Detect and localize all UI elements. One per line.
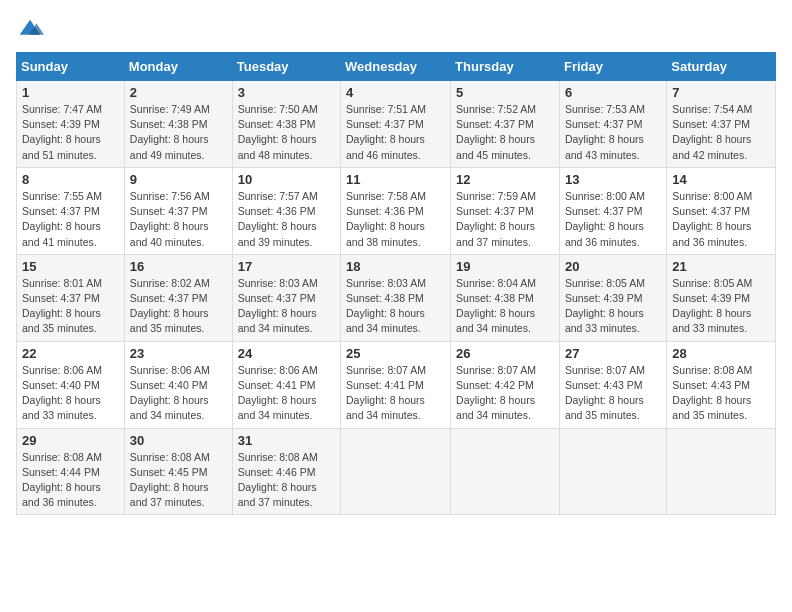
day-number: 31 [238,433,335,448]
day-number: 16 [130,259,227,274]
day-info: Sunrise: 8:07 AMSunset: 4:43 PMDaylight:… [565,364,645,422]
calendar-cell: 17 Sunrise: 8:03 AMSunset: 4:37 PMDaylig… [232,254,340,341]
day-number: 30 [130,433,227,448]
day-info: Sunrise: 8:03 AMSunset: 4:38 PMDaylight:… [346,277,426,335]
day-info: Sunrise: 8:08 AMSunset: 4:44 PMDaylight:… [22,451,102,509]
day-number: 12 [456,172,554,187]
calendar-week-row: 8 Sunrise: 7:55 AMSunset: 4:37 PMDayligh… [17,167,776,254]
day-number: 4 [346,85,445,100]
calendar-cell: 1 Sunrise: 7:47 AMSunset: 4:39 PMDayligh… [17,81,125,168]
calendar-cell: 23 Sunrise: 8:06 AMSunset: 4:40 PMDaylig… [124,341,232,428]
day-number: 22 [22,346,119,361]
day-info: Sunrise: 7:56 AMSunset: 4:37 PMDaylight:… [130,190,210,248]
calendar-cell: 27 Sunrise: 8:07 AMSunset: 4:43 PMDaylig… [559,341,666,428]
day-info: Sunrise: 8:08 AMSunset: 4:46 PMDaylight:… [238,451,318,509]
day-info: Sunrise: 7:59 AMSunset: 4:37 PMDaylight:… [456,190,536,248]
calendar-cell [451,428,560,515]
calendar-cell: 11 Sunrise: 7:58 AMSunset: 4:36 PMDaylig… [341,167,451,254]
day-info: Sunrise: 7:58 AMSunset: 4:36 PMDaylight:… [346,190,426,248]
day-number: 28 [672,346,770,361]
day-number: 19 [456,259,554,274]
day-info: Sunrise: 7:51 AMSunset: 4:37 PMDaylight:… [346,103,426,161]
day-number: 11 [346,172,445,187]
day-info: Sunrise: 8:03 AMSunset: 4:37 PMDaylight:… [238,277,318,335]
calendar-cell: 18 Sunrise: 8:03 AMSunset: 4:38 PMDaylig… [341,254,451,341]
day-number: 7 [672,85,770,100]
calendar-cell: 26 Sunrise: 8:07 AMSunset: 4:42 PMDaylig… [451,341,560,428]
calendar-cell: 4 Sunrise: 7:51 AMSunset: 4:37 PMDayligh… [341,81,451,168]
calendar-cell: 25 Sunrise: 8:07 AMSunset: 4:41 PMDaylig… [341,341,451,428]
day-info: Sunrise: 8:02 AMSunset: 4:37 PMDaylight:… [130,277,210,335]
day-info: Sunrise: 8:00 AMSunset: 4:37 PMDaylight:… [565,190,645,248]
weekday-header-sunday: Sunday [17,53,125,81]
calendar-cell: 6 Sunrise: 7:53 AMSunset: 4:37 PMDayligh… [559,81,666,168]
day-info: Sunrise: 8:06 AMSunset: 4:41 PMDaylight:… [238,364,318,422]
logo-icon [16,16,44,44]
calendar-week-row: 29 Sunrise: 8:08 AMSunset: 4:44 PMDaylig… [17,428,776,515]
weekday-header-row: SundayMondayTuesdayWednesdayThursdayFrid… [17,53,776,81]
day-info: Sunrise: 8:05 AMSunset: 4:39 PMDaylight:… [565,277,645,335]
day-info: Sunrise: 7:54 AMSunset: 4:37 PMDaylight:… [672,103,752,161]
calendar-table: SundayMondayTuesdayWednesdayThursdayFrid… [16,52,776,515]
calendar-week-row: 15 Sunrise: 8:01 AMSunset: 4:37 PMDaylig… [17,254,776,341]
day-info: Sunrise: 8:07 AMSunset: 4:41 PMDaylight:… [346,364,426,422]
day-number: 9 [130,172,227,187]
day-number: 2 [130,85,227,100]
day-info: Sunrise: 8:05 AMSunset: 4:39 PMDaylight:… [672,277,752,335]
day-number: 20 [565,259,661,274]
calendar-cell: 29 Sunrise: 8:08 AMSunset: 4:44 PMDaylig… [17,428,125,515]
calendar-cell: 10 Sunrise: 7:57 AMSunset: 4:36 PMDaylig… [232,167,340,254]
calendar-cell: 9 Sunrise: 7:56 AMSunset: 4:37 PMDayligh… [124,167,232,254]
weekday-header-wednesday: Wednesday [341,53,451,81]
calendar-cell: 13 Sunrise: 8:00 AMSunset: 4:37 PMDaylig… [559,167,666,254]
weekday-header-friday: Friday [559,53,666,81]
day-number: 10 [238,172,335,187]
calendar-cell: 7 Sunrise: 7:54 AMSunset: 4:37 PMDayligh… [667,81,776,168]
calendar-cell: 19 Sunrise: 8:04 AMSunset: 4:38 PMDaylig… [451,254,560,341]
calendar-cell [341,428,451,515]
calendar-cell: 22 Sunrise: 8:06 AMSunset: 4:40 PMDaylig… [17,341,125,428]
day-number: 3 [238,85,335,100]
calendar-cell: 14 Sunrise: 8:00 AMSunset: 4:37 PMDaylig… [667,167,776,254]
day-number: 6 [565,85,661,100]
day-number: 29 [22,433,119,448]
day-info: Sunrise: 8:06 AMSunset: 4:40 PMDaylight:… [22,364,102,422]
calendar-cell: 30 Sunrise: 8:08 AMSunset: 4:45 PMDaylig… [124,428,232,515]
calendar-cell: 12 Sunrise: 7:59 AMSunset: 4:37 PMDaylig… [451,167,560,254]
weekday-header-thursday: Thursday [451,53,560,81]
day-number: 27 [565,346,661,361]
calendar-cell: 8 Sunrise: 7:55 AMSunset: 4:37 PMDayligh… [17,167,125,254]
day-info: Sunrise: 7:52 AMSunset: 4:37 PMDaylight:… [456,103,536,161]
day-number: 21 [672,259,770,274]
day-number: 26 [456,346,554,361]
day-info: Sunrise: 8:07 AMSunset: 4:42 PMDaylight:… [456,364,536,422]
day-info: Sunrise: 7:49 AMSunset: 4:38 PMDaylight:… [130,103,210,161]
day-number: 1 [22,85,119,100]
day-info: Sunrise: 8:00 AMSunset: 4:37 PMDaylight:… [672,190,752,248]
calendar-cell: 28 Sunrise: 8:08 AMSunset: 4:43 PMDaylig… [667,341,776,428]
day-number: 8 [22,172,119,187]
day-number: 23 [130,346,227,361]
weekday-header-tuesday: Tuesday [232,53,340,81]
day-number: 14 [672,172,770,187]
day-info: Sunrise: 8:01 AMSunset: 4:37 PMDaylight:… [22,277,102,335]
weekday-header-monday: Monday [124,53,232,81]
page-header [16,16,776,44]
day-number: 17 [238,259,335,274]
day-number: 25 [346,346,445,361]
weekday-header-saturday: Saturday [667,53,776,81]
day-info: Sunrise: 7:53 AMSunset: 4:37 PMDaylight:… [565,103,645,161]
calendar-cell: 24 Sunrise: 8:06 AMSunset: 4:41 PMDaylig… [232,341,340,428]
day-info: Sunrise: 8:08 AMSunset: 4:43 PMDaylight:… [672,364,752,422]
day-number: 15 [22,259,119,274]
calendar-week-row: 1 Sunrise: 7:47 AMSunset: 4:39 PMDayligh… [17,81,776,168]
calendar-cell: 5 Sunrise: 7:52 AMSunset: 4:37 PMDayligh… [451,81,560,168]
calendar-week-row: 22 Sunrise: 8:06 AMSunset: 4:40 PMDaylig… [17,341,776,428]
day-number: 18 [346,259,445,274]
calendar-cell: 3 Sunrise: 7:50 AMSunset: 4:38 PMDayligh… [232,81,340,168]
calendar-cell: 15 Sunrise: 8:01 AMSunset: 4:37 PMDaylig… [17,254,125,341]
calendar-cell: 16 Sunrise: 8:02 AMSunset: 4:37 PMDaylig… [124,254,232,341]
day-number: 24 [238,346,335,361]
calendar-cell: 2 Sunrise: 7:49 AMSunset: 4:38 PMDayligh… [124,81,232,168]
day-number: 13 [565,172,661,187]
